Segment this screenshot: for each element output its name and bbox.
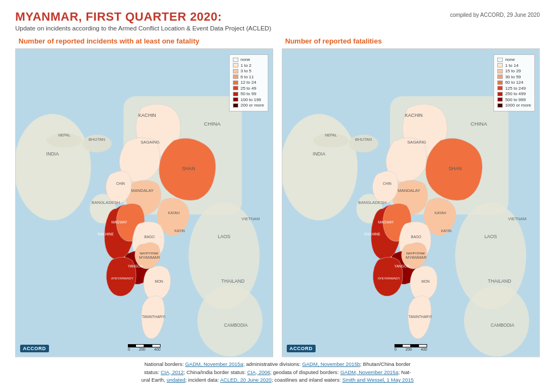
subtitle: Update on incidents according to the Arm… <box>15 25 271 32</box>
svg-text:NEPAL: NEPAL <box>325 133 337 137</box>
map1-accord-badge: ACCORD <box>20 345 49 352</box>
svg-point-1 <box>16 114 91 221</box>
scale2-label-0: 0 <box>394 347 397 351</box>
svg-text:BAGO: BAGO <box>144 235 155 239</box>
sources-prefix: National borders: <box>144 361 185 367</box>
svg-text:CAMBODIA: CAMBODIA <box>491 323 515 328</box>
scale-label-0: 0 <box>128 347 130 351</box>
legend-item-50-99: 50 to 99 <box>240 91 256 96</box>
page-header: MYANMAR, FIRST QUARTER 2020: Update on i… <box>15 10 540 32</box>
sources-t4: ; geodata of disputed borders: <box>270 369 341 375</box>
svg-text:KACHIN: KACHIN <box>405 113 423 118</box>
svg-text:BANGLADESH: BANGLADESH <box>358 200 386 205</box>
svg-text:NAYPYITAW: NAYPYITAW <box>406 252 425 256</box>
compiled-by: compiled by ACCORD, 29 June 2020 <box>450 12 540 18</box>
svg-text:YANGON: YANGON <box>128 265 143 269</box>
sources-gadm-2[interactable]: GADM, November 2015b <box>302 361 360 367</box>
svg-text:BANGLADESH: BANGLADESH <box>91 200 120 205</box>
svg-text:LAOS: LAOS <box>484 234 497 239</box>
map1-legend: none 1 to 2 3 to 5 6 to 11 12 to 24 25 t… <box>229 54 268 111</box>
map1-heading: Number of reported incidents with at lea… <box>18 37 273 45</box>
legend2-1-14: 1 to 14 <box>505 63 518 68</box>
svg-text:CHIN: CHIN <box>116 182 125 185</box>
scale2-label-400: 400 <box>421 347 427 351</box>
svg-text:TANINTHARYI: TANINTHARYI <box>142 315 165 319</box>
svg-text:SAGAING: SAGAING <box>408 140 427 145</box>
svg-text:TANINTHARYI: TANINTHARYI <box>409 315 432 319</box>
svg-point-34 <box>282 114 357 221</box>
legend-item-200-more: 200 or more <box>240 103 264 108</box>
svg-text:RAKHINE: RAKHINE <box>365 232 381 236</box>
svg-text:KACHIN: KACHIN <box>138 113 156 118</box>
map2-accord-badge: ACCORD <box>287 345 316 352</box>
svg-text:SHAN: SHAN <box>448 166 461 171</box>
svg-text:MYANMAR: MYANMAR <box>139 255 161 260</box>
sources-t1: ; administrative divisions: <box>243 361 302 367</box>
svg-text:CHIN: CHIN <box>383 182 392 185</box>
svg-text:CHINA: CHINA <box>471 121 488 127</box>
svg-text:BAGO: BAGO <box>411 235 421 239</box>
legend-item-25-49: 25 to 49 <box>240 86 256 91</box>
svg-text:NAYPYITAW: NAYPYITAW <box>140 252 158 256</box>
title-block: MYANMAR, FIRST QUARTER 2020: Update on i… <box>15 10 271 32</box>
svg-text:SHAN: SHAN <box>182 166 195 171</box>
svg-text:VIETNAM: VIETNAM <box>242 217 260 222</box>
svg-text:VIETNAM: VIETNAM <box>508 217 527 222</box>
svg-text:MYANMAR: MYANMAR <box>406 255 427 260</box>
map1-frame: KACHIN SAGAING MANDALAY SHAN MAGWAY RAKH… <box>15 48 273 357</box>
svg-text:KAYIN: KAYIN <box>175 229 185 233</box>
sources-smith[interactable]: Smith and Wessel, 1 May 2015 <box>342 377 414 383</box>
legend-item-none: none <box>240 57 250 62</box>
svg-text:KAYIN: KAYIN <box>441 229 452 233</box>
legend2-125-249: 125 to 249 <box>505 86 526 91</box>
sources-t6: ; incident data: <box>186 377 220 383</box>
map2-heading: Number of reported fatalities <box>285 37 540 45</box>
legend2-none: none <box>505 57 515 62</box>
main-title: MYANMAR, FIRST QUARTER 2020: <box>15 10 271 24</box>
maps-section: Number of reported incidents with at lea… <box>15 37 540 357</box>
svg-text:BHUTAN: BHUTAN <box>89 137 106 142</box>
svg-text:MANDALAY: MANDALAY <box>398 189 420 194</box>
legend2-250-499: 250 to 499 <box>505 91 526 96</box>
svg-text:SAGAING: SAGAING <box>141 140 160 145</box>
scale2-label-200: 200 <box>405 347 412 351</box>
sources-gadm-1[interactable]: GADM, November 2015a <box>185 361 243 367</box>
svg-text:AYEYARWADY: AYEYARWADY <box>378 277 400 280</box>
legend2-1000-more: 1000 or more <box>505 103 531 108</box>
svg-text:YANGON: YANGON <box>394 265 410 269</box>
svg-text:THAILAND: THAILAND <box>488 278 511 284</box>
svg-text:THAILAND: THAILAND <box>221 278 245 284</box>
legend-item-12-24: 12 to 24 <box>240 80 256 85</box>
scale-label-400: 400 <box>154 347 161 351</box>
sources-t3: ; China/India border status: <box>184 369 248 375</box>
legend-item-3-5: 3 to 5 <box>240 69 251 73</box>
sources-acled[interactable]: ACLED, 20 June 2020 <box>220 377 272 383</box>
legend-item-6-11: 6 to 11 <box>240 74 254 79</box>
map2-scale-bar: 0 200 400 <box>394 344 427 351</box>
svg-point-38 <box>464 285 529 356</box>
sources-cia-2[interactable]: CIA, 2006 <box>247 369 270 375</box>
svg-text:KAYAH: KAYAH <box>168 211 180 215</box>
svg-text:LAOS: LAOS <box>218 234 230 239</box>
sources-natearth[interactable]: undated <box>166 377 185 383</box>
svg-text:INDIA: INDIA <box>313 151 325 157</box>
svg-text:CHINA: CHINA <box>204 121 221 127</box>
svg-text:MON: MON <box>422 279 430 283</box>
map1-column: Number of reported incidents with at lea… <box>15 37 273 357</box>
map1-scale-bar: 0 200 400 <box>128 344 161 351</box>
svg-text:AYEYARWADY: AYEYARWADY <box>111 277 133 280</box>
svg-text:CAMBODIA: CAMBODIA <box>224 323 248 328</box>
sources-gadm-3[interactable]: GADM, November 2015a <box>340 369 398 375</box>
map2-frame: KACHIN SAGAING MANDALAY SHAN MAGWAY RAKH… <box>282 48 540 357</box>
legend2-60-124: 60 to 124 <box>505 80 523 85</box>
svg-text:BHUTAN: BHUTAN <box>355 137 372 142</box>
legend-item-1-2: 1 to 2 <box>240 63 251 68</box>
legend-item-100-199: 100 to 199 <box>240 97 261 102</box>
svg-text:INDIA: INDIA <box>46 151 59 157</box>
svg-text:MANDALAY: MANDALAY <box>131 189 153 194</box>
svg-point-5 <box>198 285 263 356</box>
legend2-30-59: 30 to 59 <box>505 74 521 79</box>
scale-label-200: 200 <box>139 347 145 351</box>
svg-text:RAKHINE: RAKHINE <box>98 232 114 236</box>
sources-cia-1[interactable]: CIA, 2012 <box>161 369 183 375</box>
